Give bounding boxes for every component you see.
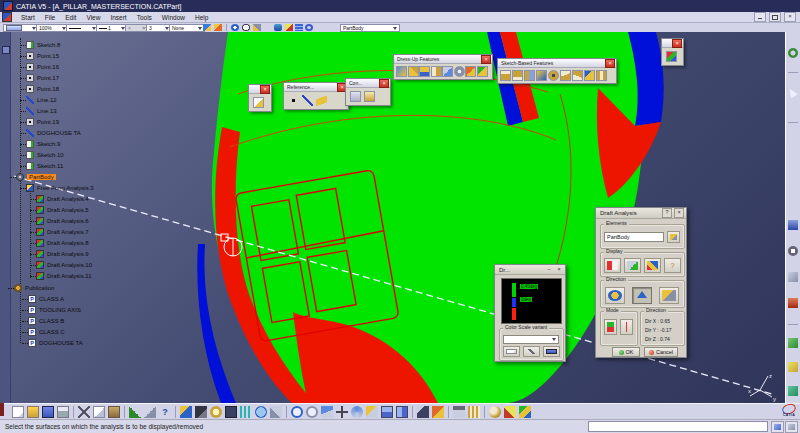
tree-item[interactable]: DOGHOUSE TA <box>26 129 81 137</box>
lock-toggle-button[interactable] <box>785 421 798 433</box>
hide-show-icon[interactable] <box>417 406 429 418</box>
print-icon[interactable] <box>57 406 69 418</box>
locked-direction-button[interactable] <box>632 287 652 304</box>
dialog-toggle-button[interactable] <box>771 421 784 433</box>
palette-header[interactable]: × <box>662 39 683 48</box>
color-combo[interactable] <box>3 24 39 32</box>
menu-help[interactable]: Help <box>190 12 213 22</box>
shell-tool-icon[interactable] <box>788 272 798 282</box>
save-icon[interactable] <box>42 406 54 418</box>
menu-file[interactable]: File <box>40 12 60 22</box>
light-icon[interactable] <box>210 406 222 418</box>
flower-icon[interactable] <box>788 362 798 372</box>
menu-start[interactable]: Start <box>16 12 40 22</box>
palette-header[interactable]: Sketch-Based Features× <box>498 59 616 68</box>
scale-value-mid[interactable]: 0deg <box>520 297 532 302</box>
tree-item-partbody[interactable]: PartBody <box>16 173 56 181</box>
chamfer-icon[interactable] <box>408 66 419 77</box>
reference-point-icon[interactable] <box>288 95 299 106</box>
tree-item[interactable]: Point.19 <box>26 118 59 126</box>
tree-item[interactable]: PTOOLING AXIS <box>28 306 81 314</box>
ok-button[interactable]: OK <box>612 347 640 357</box>
layers-icon[interactable] <box>295 24 303 31</box>
dialog-titlebar[interactable]: Draft Analysis ? × <box>596 208 686 219</box>
tree-item[interactable]: Draft Analysis.7 <box>36 228 89 236</box>
tree-item[interactable]: PCLASS B <box>28 317 64 325</box>
tree-item[interactable]: Point.17 <box>26 74 59 82</box>
minimize-icon[interactable] <box>754 12 766 22</box>
tree-item[interactable]: Point.18 <box>26 85 59 93</box>
menu-view[interactable]: View <box>81 12 105 22</box>
menu-tools[interactable]: Tools <box>132 12 157 22</box>
scale-value-top[interactable]: 0.45deg <box>520 284 538 289</box>
compass-direction-button[interactable] <box>605 287 625 304</box>
thread-tap-icon[interactable] <box>454 66 465 77</box>
analysis-tools-icon[interactable] <box>519 406 531 418</box>
save-variant-button[interactable] <box>543 346 560 357</box>
camera-icon[interactable] <box>453 406 465 418</box>
constraint-icon[interactable] <box>364 91 375 102</box>
tree-item[interactable]: Draft Analysis.5 <box>36 206 89 214</box>
web-icon[interactable] <box>255 406 267 418</box>
opacity-combo[interactable]: 100% <box>36 24 69 32</box>
tree-item[interactable]: Point.15 <box>26 52 59 60</box>
quick-mode-button[interactable] <box>604 319 617 335</box>
close-icon[interactable]: × <box>672 39 682 48</box>
tree-item[interactable]: Point.16 <box>26 63 59 71</box>
tree-item[interactable]: PCLASS C <box>28 328 65 336</box>
tree-item[interactable]: Sketch.11 <box>26 162 63 170</box>
close-icon[interactable]: × <box>260 85 270 94</box>
multi-sections-solid-icon[interactable] <box>596 70 607 81</box>
menu-edit[interactable]: Edit <box>60 12 81 22</box>
rib-icon[interactable] <box>560 70 571 81</box>
draft-angle-icon[interactable] <box>419 66 430 77</box>
manikin-icon[interactable] <box>788 298 798 308</box>
close-icon[interactable]: × <box>605 59 615 68</box>
swap-visible-space-icon[interactable] <box>225 406 237 418</box>
close-icon[interactable]: × <box>379 79 389 88</box>
render-style-combo[interactable]: None <box>169 24 205 32</box>
reference-plane-icon[interactable] <box>316 95 327 106</box>
pad-icon[interactable] <box>500 70 511 81</box>
thickness-icon[interactable] <box>442 66 453 77</box>
tree-item[interactable]: Sketch.9 <box>26 140 60 148</box>
tree-item[interactable]: Draft Analysis.9 <box>36 250 89 258</box>
close-icon[interactable]: × <box>481 55 491 64</box>
green-draft-region[interactable] <box>212 32 644 403</box>
close-icon[interactable]: × <box>784 12 796 22</box>
paste-icon[interactable] <box>108 406 120 418</box>
tree-item[interactable]: Draft Analysis.10 <box>36 261 92 269</box>
zoom-in-icon[interactable] <box>291 406 303 418</box>
cancel-button[interactable]: Cancel <box>644 347 678 357</box>
link-icon[interactable] <box>270 406 282 418</box>
magnifier-icon[interactable] <box>788 246 798 256</box>
fly-mode-icon[interactable] <box>321 406 333 418</box>
restore-icon[interactable] <box>769 12 781 22</box>
elements-field[interactable] <box>604 232 664 242</box>
snap-icon[interactable] <box>263 24 271 31</box>
database-icon[interactable] <box>274 24 282 31</box>
context-help-icon[interactable]: ? <box>159 406 171 418</box>
tree-item-publication[interactable]: Publication <box>14 284 54 292</box>
telescope-icon[interactable] <box>195 406 207 418</box>
tree-item[interactable]: PCLASS A <box>28 295 64 303</box>
replace-face-icon[interactable] <box>477 66 488 77</box>
reference-line-icon[interactable] <box>302 95 313 106</box>
painter-icon[interactable] <box>214 24 222 31</box>
line-type-combo[interactable] <box>66 24 99 32</box>
tree-item[interactable]: Draft Analysis.8 <box>36 239 89 247</box>
paint-properties-icon[interactable] <box>203 24 211 31</box>
close-icon[interactable]: × <box>555 266 563 274</box>
tree-item[interactable]: Draft Analysis.6 <box>36 217 89 225</box>
constraint-box-icon[interactable] <box>350 91 361 102</box>
cut-icon[interactable] <box>78 406 90 418</box>
element-picker-button[interactable] <box>667 231 680 243</box>
torus-icon[interactable] <box>305 24 313 31</box>
select-arrow-icon[interactable] <box>786 87 798 99</box>
draft-analysis-tool-icon[interactable] <box>666 51 677 62</box>
tree-item[interactable]: Sketch.8 <box>26 41 60 49</box>
power-input-field[interactable] <box>588 421 768 432</box>
palette-header[interactable]: Con...× <box>346 79 390 88</box>
on-the-fly-display-button[interactable] <box>604 258 621 273</box>
measure-icon[interactable] <box>468 406 480 418</box>
